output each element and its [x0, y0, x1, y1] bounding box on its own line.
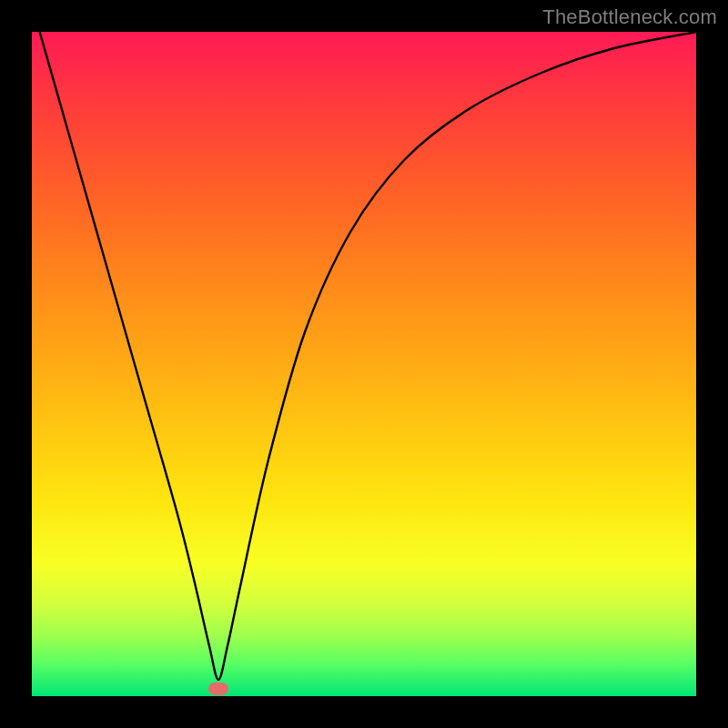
plot-area [32, 32, 696, 696]
chart-frame: TheBottleneck.com [0, 0, 728, 728]
bottleneck-curve [32, 32, 696, 696]
minimum-marker [208, 682, 228, 695]
watermark-text: TheBottleneck.com [542, 5, 717, 29]
